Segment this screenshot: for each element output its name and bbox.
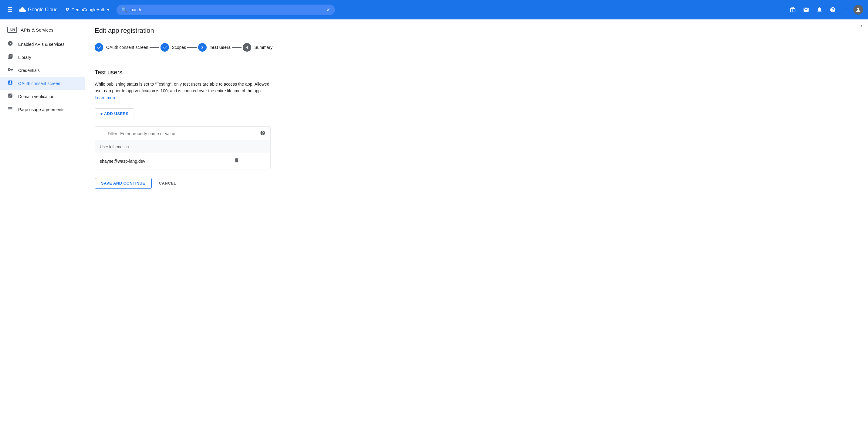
- collapse-icon: [858, 23, 864, 29]
- enabled-apis-icon: [7, 41, 13, 48]
- api-badge: API: [7, 27, 17, 33]
- learn-more-link[interactable]: Learn more: [95, 95, 117, 100]
- delete-user-button[interactable]: [233, 156, 241, 166]
- step-2-check-icon: [162, 45, 167, 50]
- step-2-circle: [160, 43, 169, 52]
- user-avatar[interactable]: [854, 5, 863, 15]
- sidebar: API APIs & Services Enabled APIs & servi…: [0, 20, 85, 432]
- step-connector-3: [232, 47, 242, 48]
- step-scopes[interactable]: Scopes: [160, 43, 186, 52]
- svg-point-2: [66, 10, 68, 11]
- user-actions-cell: [228, 153, 270, 169]
- save-and-continue-button[interactable]: SAVE AND CONTINUE: [95, 178, 152, 189]
- step-4-label: Summary: [254, 45, 273, 50]
- search-bar: 🔍 ✕: [117, 5, 335, 15]
- step-4-number: 4: [246, 45, 248, 50]
- avatar-icon: [855, 7, 861, 13]
- sidebar-item-domain-verification[interactable]: Domain verification: [0, 90, 85, 103]
- sidebar-header: API APIs & Services: [0, 24, 85, 38]
- menu-button[interactable]: ☰: [5, 4, 15, 16]
- main-content: Edit app registration OAuth consent scre…: [85, 20, 868, 432]
- table-row: shayne@wasp-lang.dev: [95, 153, 270, 169]
- users-table-container: Filter User information shayne@wasp-lang…: [95, 126, 271, 169]
- sidebar-item-credentials[interactable]: Credentials: [0, 64, 85, 77]
- sidebar-item-oauth-consent[interactable]: OAuth consent screen: [0, 77, 85, 90]
- main-layout: API APIs & Services Enabled APIs & servi…: [0, 20, 868, 432]
- sidebar-item-domain-verification-label: Domain verification: [18, 94, 54, 99]
- help-icon: [830, 7, 836, 13]
- filter-icon: [100, 131, 105, 137]
- step-oauth-consent[interactable]: OAuth consent screen: [95, 43, 148, 52]
- top-navigation: ☰ Google Cloud DemoGoogleAuth ▾ 🔍 ✕ ⋮: [0, 0, 868, 20]
- gift-icon: [790, 7, 796, 13]
- credentials-icon: [7, 67, 13, 74]
- sidebar-item-enabled-apis[interactable]: Enabled APIs & services: [0, 38, 85, 51]
- step-connector-2: [187, 47, 197, 48]
- filter-label: Filter: [108, 131, 117, 136]
- col-user-info: User information: [95, 141, 228, 153]
- sidebar-item-library[interactable]: Library: [0, 51, 85, 64]
- step-3-circle: 3: [198, 43, 207, 52]
- help-circle-icon: [260, 130, 266, 136]
- step-test-users[interactable]: 3 Test users: [198, 43, 230, 52]
- clear-search-icon[interactable]: ✕: [326, 7, 330, 13]
- step-summary[interactable]: 4 Summary: [243, 43, 273, 52]
- step-3-number: 3: [202, 45, 204, 50]
- filter-list-icon: [100, 131, 105, 135]
- add-users-button[interactable]: + ADD USERS: [95, 108, 134, 119]
- nav-icons: ⋮: [787, 4, 863, 16]
- step-1-check-icon: [96, 45, 101, 50]
- mail-icon: [803, 7, 809, 13]
- step-3-label: Test users: [210, 45, 230, 50]
- search-input[interactable]: [130, 7, 323, 12]
- svg-point-0: [66, 8, 67, 10]
- mail-icon-button[interactable]: [800, 4, 812, 16]
- section-title: Test users: [95, 69, 858, 76]
- users-table: User information shayne@wasp-lang.dev: [95, 141, 270, 169]
- more-options-button[interactable]: ⋮: [840, 4, 852, 16]
- cloud-icon: [19, 6, 26, 13]
- bell-icon: [816, 7, 823, 13]
- step-4-circle: 4: [243, 43, 251, 52]
- collapse-sidebar-button[interactable]: [855, 20, 868, 34]
- logo-text: Google Cloud: [28, 7, 58, 12]
- description-text: While publishing status is set to "Testi…: [95, 81, 271, 101]
- action-buttons: SAVE AND CONTINUE CANCEL: [95, 178, 858, 189]
- filter-bar: Filter: [95, 126, 270, 141]
- page-title: Edit app registration: [95, 27, 858, 35]
- filter-help-icon[interactable]: [260, 130, 266, 137]
- col-actions: [228, 141, 270, 153]
- notifications-icon-button[interactable]: [813, 4, 826, 16]
- oauth-consent-icon: [7, 80, 13, 87]
- google-cloud-logo: Google Cloud: [19, 6, 58, 13]
- svg-point-1: [67, 8, 69, 10]
- sidebar-item-page-usage[interactable]: Page usage agreements: [0, 103, 85, 116]
- project-icon: [65, 7, 70, 12]
- filter-input[interactable]: [120, 131, 257, 136]
- step-1-label: OAuth consent screen: [106, 45, 148, 50]
- search-icon: 🔍: [121, 7, 127, 13]
- step-1-circle: [95, 43, 103, 52]
- sidebar-item-enabled-apis-label: Enabled APIs & services: [18, 42, 65, 47]
- page-usage-icon: [7, 106, 13, 113]
- project-selector[interactable]: DemoGoogleAuth ▾: [61, 5, 113, 14]
- sidebar-item-page-usage-label: Page usage agreements: [18, 107, 65, 112]
- delete-icon: [234, 157, 239, 163]
- sidebar-item-credentials-label: Credentials: [18, 68, 40, 73]
- cancel-button[interactable]: CANCEL: [154, 178, 181, 188]
- more-icon: ⋮: [843, 6, 849, 13]
- project-dropdown-icon: ▾: [107, 7, 109, 12]
- library-icon: [7, 54, 13, 61]
- domain-verification-icon: [7, 93, 13, 100]
- gift-icon-button[interactable]: [787, 4, 799, 16]
- sidebar-item-library-label: Library: [18, 55, 31, 60]
- sidebar-item-oauth-consent-label: OAuth consent screen: [18, 81, 60, 86]
- sidebar-title: APIs & Services: [21, 27, 53, 32]
- step-connector-1: [150, 47, 159, 48]
- project-name: DemoGoogleAuth: [71, 7, 105, 12]
- user-email: shayne@wasp-lang.dev: [95, 153, 228, 169]
- step-2-label: Scopes: [172, 45, 186, 50]
- help-icon-button[interactable]: [827, 4, 839, 16]
- stepper: OAuth consent screen Scopes 3 Test users: [95, 43, 858, 59]
